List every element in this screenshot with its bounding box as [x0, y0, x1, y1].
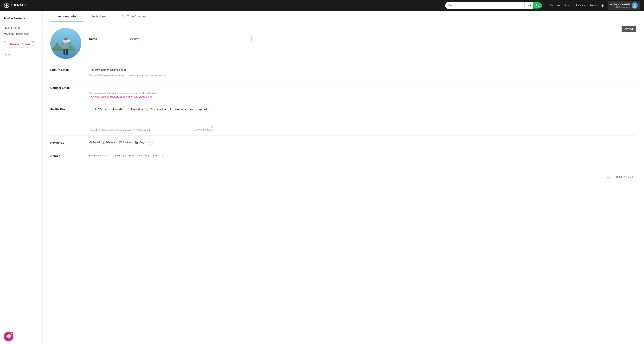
main-wrap: Profile Settings Refer Friends Manage Su… — [0, 11, 644, 345]
genre-dance: Dance & Electronic — [112, 154, 134, 157]
heart-icon: ♥ — [7, 43, 9, 46]
pencil-icon — [149, 141, 151, 143]
genre-alternative: Alternative & Indie — [89, 154, 110, 157]
profile-bio-label: Profile Bio — [50, 106, 89, 111]
keyword-travel: ✈️ Travel — [89, 141, 100, 144]
keywords-row: Keywords ✈️ Travel 🏔️ Adventure 🌿 — [50, 136, 636, 149]
profile-avatar[interactable] — [50, 28, 81, 59]
search-filter-dropdown[interactable]: All ▾ — [524, 2, 533, 9]
svg-line-9 — [538, 6, 539, 7]
svg-line-3 — [7, 5, 9, 6]
contact-email-input[interactable] — [89, 85, 213, 91]
delete-account-row: → Delete Account — [42, 168, 644, 186]
genres-label: Genres — [50, 153, 89, 158]
svg-rect-26 — [66, 49, 68, 55]
sidebar: Profile Settings Refer Friends Manage Su… — [0, 11, 42, 345]
contact-email-label: Contact Email — [50, 85, 89, 90]
signin-email-input[interactable] — [89, 67, 213, 73]
name-input[interactable] — [128, 36, 252, 42]
keywords-field: ✈️ Travel 🏔️ Adventure 🌿 Aesthetic � — [89, 139, 636, 145]
contact-email-warning: Your email address will never be shown o… — [89, 96, 636, 98]
signin-email-field: This is the Google email address you use… — [89, 67, 636, 77]
tab-account-info[interactable]: Account Info — [50, 11, 84, 22]
aesthetic-emoji: 🌿 — [119, 141, 122, 144]
avatar — [632, 2, 638, 9]
genre-pop: Pop — [145, 154, 150, 157]
top-row: Name — [50, 28, 636, 59]
genres-wrap: Alternative & Indie Dance & Electronic L… — [89, 153, 636, 158]
svg-point-11 — [634, 4, 636, 6]
nav-playlists[interactable]: Playlists — [576, 4, 586, 7]
user-badge[interactable]: Audrey Marshall 39 Subscribers — [608, 1, 640, 10]
svg-rect-25 — [64, 49, 66, 55]
top-fields: Name — [89, 28, 636, 59]
genre-rnb: R&B — [153, 154, 158, 157]
sidebar-item-manage-subscription[interactable]: Manage Subscription — [4, 31, 38, 37]
vlogs-emoji: 🎬 — [135, 141, 138, 144]
genre-lofi: Lo-fi — [137, 154, 142, 157]
genres-edit-button[interactable] — [161, 153, 166, 158]
keyword-vlogs: 🎬 Vlogs — [135, 141, 145, 144]
gem-icon: 💎 — [601, 4, 604, 7]
svg-line-4 — [7, 6, 9, 7]
logo-text: THEMATIC — [11, 4, 26, 7]
chevron-down-icon: ▾ — [530, 4, 532, 7]
genres-row: Genres Alternative & Indie Dance & Elect… — [50, 149, 636, 162]
name-label: Name — [89, 36, 128, 41]
search-button[interactable] — [533, 2, 542, 9]
header: THEMATIC All ▾ Discover Songs Playlists … — [0, 0, 644, 11]
genres-field: Alternative & Indie Dance & Electronic L… — [89, 153, 636, 158]
svg-line-6 — [4, 6, 6, 7]
keyword-adventure: 🏔️ Adventure — [102, 141, 117, 144]
profile-bio-field: Hi! I'm a co-founder of Thematic 👋 I'm e… — [89, 106, 636, 131]
travel-emoji: ✈️ — [89, 141, 92, 144]
char-count: 71 /300 Characters — [193, 128, 213, 131]
search-bar: All ▾ — [445, 2, 542, 9]
svg-rect-21 — [64, 38, 68, 40]
delete-account-button[interactable]: Delete Account — [613, 174, 636, 180]
name-field — [128, 36, 636, 42]
nav-songs[interactable]: Songs — [564, 4, 572, 7]
signin-email-row: Sign-In Email This is the Google email a… — [50, 63, 636, 81]
form-area: Saved — [42, 22, 644, 168]
contact-email-row: Contact Email This is where we will send… — [50, 81, 636, 102]
profile-bio-textarea[interactable]: Hi! I'm a co-founder of Thematic 👋 I'm e… — [89, 106, 213, 127]
user-name: Audrey Marshall — [610, 3, 630, 6]
tab-social-links[interactable]: Social Links — [84, 11, 114, 22]
chat-badge: 1 — [10, 332, 13, 335]
adventure-emoji: 🏔️ — [102, 141, 105, 144]
svg-line-7 — [4, 5, 6, 6]
keywords-label: Keywords — [50, 139, 89, 144]
user-subscribers: 39 Subscribers — [610, 6, 630, 8]
nav-discover[interactable]: Discover — [550, 4, 560, 7]
sidebar-item-logout[interactable]: Logout — [4, 51, 38, 58]
svg-rect-22 — [63, 43, 69, 49]
nav-premium[interactable]: Premium 💎 — [590, 4, 604, 7]
saved-button[interactable]: Saved — [622, 26, 636, 32]
premium-creator-button[interactable]: ♥ Premium Creator — [4, 41, 34, 48]
keywords-edit-button[interactable] — [147, 139, 153, 145]
chat-bubble[interactable]: 💬 1 — [4, 332, 13, 341]
keyword-aesthetic: 🌿 Aesthetic — [119, 141, 133, 144]
contact-email-hint: This is where we will send account updat… — [89, 92, 636, 95]
content-area: Account Info Social Links YouTube Channe… — [42, 11, 644, 345]
sidebar-item-refer-friends[interactable]: Refer Friends — [4, 25, 38, 31]
nav-links: Discover Songs Playlists Premium 💎 — [550, 4, 604, 7]
signin-email-hint: This is the Google email address you use… — [89, 74, 636, 77]
svg-point-1 — [6, 5, 7, 6]
signin-email-label: Sign-In Email — [50, 67, 89, 72]
search-icon — [536, 4, 539, 7]
search-input[interactable] — [445, 2, 524, 9]
pencil-icon — [162, 154, 165, 157]
contact-email-field: This is where we will send account updat… — [89, 85, 636, 98]
keywords-wrap: ✈️ Travel 🏔️ Adventure 🌿 Aesthetic � — [89, 139, 636, 145]
profile-bio-row: Profile Bio Hi! I'm a co-founder of Them… — [50, 102, 636, 136]
tab-youtube-channels[interactable]: YouTube Channels — [114, 11, 154, 22]
logo[interactable]: THEMATIC — [4, 3, 26, 8]
sidebar-title: Profile Settings — [4, 17, 38, 20]
tabs: Account Info Social Links YouTube Channe… — [42, 11, 644, 22]
delete-arrow-icon: → — [606, 174, 610, 180]
profile-bio-hint: This will be shown publicly on your prof… — [89, 129, 150, 131]
